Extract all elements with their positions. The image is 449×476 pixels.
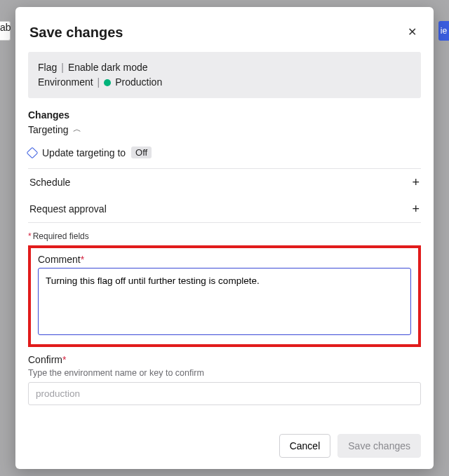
change-indicator-icon — [27, 147, 39, 158]
context-flag-value: Enable dark mode — [68, 60, 148, 75]
chevron-up-icon: ︿ — [73, 123, 81, 135]
change-row: Update targeting to Off — [28, 142, 421, 169]
change-value-pill: Off — [131, 147, 152, 158]
context-flag-line: Flag | Enable dark mode — [38, 60, 411, 75]
environment-status-icon — [104, 79, 111, 86]
expander-label: Targeting — [28, 124, 69, 135]
confirm-input[interactable] — [28, 382, 421, 405]
context-env-label: Environment — [38, 75, 93, 90]
asterisk-icon: * — [62, 354, 66, 365]
context-env-line: Environment | Production — [38, 75, 411, 90]
comment-label: Comment* — [38, 254, 411, 265]
close-button[interactable]: ✕ — [405, 24, 420, 41]
comment-label-text: Comment — [38, 254, 81, 265]
plus-icon: + — [412, 176, 420, 189]
request-approval-accordion[interactable]: Request approval + — [28, 196, 421, 222]
background-tab-left: ab — [0, 21, 11, 41]
confirm-hint: Type the environment name or key to conf… — [28, 368, 421, 378]
save-changes-modal: Save changes ✕ Flag | Enable dark mode E… — [15, 7, 434, 469]
change-description: Update targeting to — [42, 147, 126, 158]
modal-title: Save changes — [29, 25, 123, 41]
modal-footer: Cancel Save changes — [28, 424, 421, 458]
schedule-accordion[interactable]: Schedule + — [28, 169, 421, 196]
close-icon: ✕ — [408, 26, 417, 38]
asterisk-icon: * — [81, 254, 84, 265]
background-tab-right: ie — [438, 21, 449, 41]
targeting-expander[interactable]: Targeting ︿ — [28, 123, 421, 135]
cancel-button[interactable]: Cancel — [279, 434, 331, 458]
confirm-field-block: Confirm* Type the environment name or ke… — [28, 354, 421, 405]
confirm-label-text: Confirm — [28, 354, 62, 365]
accordion: Schedule + Request approval + — [28, 169, 421, 223]
comment-highlight: Comment* — [28, 245, 421, 347]
context-box: Flag | Enable dark mode Environment | Pr… — [28, 52, 421, 98]
confirm-label: Confirm* — [28, 354, 421, 365]
context-flag-label: Flag — [38, 60, 57, 75]
required-fields-note: *Required fields — [28, 231, 421, 241]
separator-icon: | — [61, 60, 64, 75]
modal-header: Save changes ✕ — [28, 20, 421, 42]
separator-icon: | — [98, 75, 100, 90]
asterisk-icon: * — [28, 231, 32, 241]
approval-label: Request approval — [29, 203, 107, 215]
changes-heading: Changes — [28, 109, 421, 121]
required-fields-text: Required fields — [33, 231, 89, 241]
plus-icon: + — [412, 203, 420, 215]
save-changes-button[interactable]: Save changes — [337, 434, 421, 458]
schedule-label: Schedule — [29, 177, 70, 188]
context-env-value: Production — [115, 75, 162, 90]
comment-field-block: Comment* — [38, 254, 411, 337]
comment-textarea[interactable] — [38, 268, 411, 335]
